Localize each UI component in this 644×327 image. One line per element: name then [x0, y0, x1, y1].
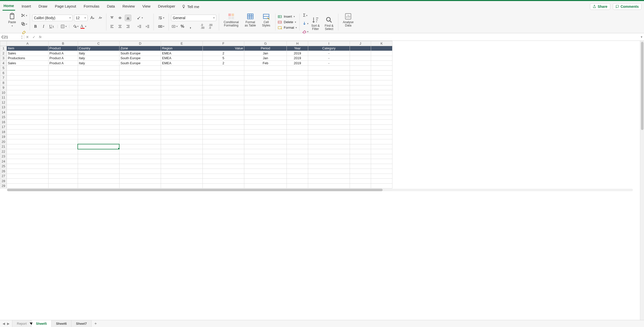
cell-E1[interactable]: Region: [161, 46, 203, 51]
cell-E18[interactable]: [161, 129, 203, 135]
cell-C17[interactable]: [78, 124, 119, 129]
row-header-24[interactable]: 24: [0, 159, 7, 164]
increase-indent-button[interactable]: [144, 23, 151, 30]
paste-button[interactable]: Paste ▾: [5, 12, 20, 28]
cell-A7[interactable]: [7, 75, 48, 80]
cell-B19[interactable]: [48, 134, 78, 139]
cell-F3[interactable]: 5: [203, 56, 244, 61]
decrease-indent-button[interactable]: [136, 23, 143, 30]
cell-H28[interactable]: [287, 179, 308, 184]
cell-G10[interactable]: [244, 90, 287, 95]
cell-G14[interactable]: [244, 110, 287, 115]
cell-D13[interactable]: [119, 105, 161, 110]
cell-J8[interactable]: [350, 80, 371, 85]
cell-F24[interactable]: [203, 159, 244, 164]
row-header-28[interactable]: 28: [0, 179, 7, 184]
cell-A16[interactable]: [7, 120, 48, 125]
cell-H10[interactable]: [287, 90, 308, 95]
cell-E21[interactable]: [161, 144, 203, 149]
cell-C24[interactable]: [78, 159, 119, 164]
cell-H9[interactable]: [287, 85, 308, 90]
cell-H17[interactable]: [287, 124, 308, 129]
cell-H8[interactable]: [287, 80, 308, 85]
cell-D6[interactable]: [119, 71, 161, 76]
row-header-15[interactable]: 15: [0, 115, 7, 120]
cell-styles-button[interactable]: Cell Styles: [260, 12, 273, 28]
cell-I23[interactable]: [308, 154, 350, 159]
cell-C15[interactable]: [78, 115, 119, 120]
cell-K24[interactable]: [371, 159, 392, 164]
font-size-select[interactable]: 12▾: [74, 15, 88, 21]
cell-B12[interactable]: [48, 100, 78, 105]
cell-D14[interactable]: [119, 110, 161, 115]
row-header-1[interactable]: 1: [0, 46, 7, 51]
cell-C29[interactable]: [78, 183, 119, 188]
cell-F23[interactable]: [203, 154, 244, 159]
find-select-button[interactable]: Find & Select: [323, 16, 336, 31]
cell-A15[interactable]: [7, 115, 48, 120]
cell-G18[interactable]: [244, 129, 287, 135]
row-header-14[interactable]: 14: [0, 110, 7, 115]
copy-button[interactable]: [21, 21, 27, 27]
cell-J6[interactable]: [350, 71, 371, 76]
cell-F13[interactable]: [203, 105, 244, 110]
cell-E26[interactable]: [161, 169, 203, 174]
cell-F6[interactable]: [203, 71, 244, 76]
cell-A20[interactable]: [7, 139, 48, 144]
cell-B25[interactable]: [48, 164, 78, 169]
decrease-font-button[interactable]: A▾: [97, 15, 104, 21]
cell-A26[interactable]: [7, 169, 48, 174]
cell-H7[interactable]: [287, 75, 308, 80]
row-header-16[interactable]: 16: [0, 120, 7, 125]
cell-H6[interactable]: [287, 71, 308, 76]
row-header-22[interactable]: 22: [0, 149, 7, 154]
select-all-corner[interactable]: [0, 41, 7, 46]
cell-B5[interactable]: [48, 66, 78, 71]
cell-E8[interactable]: [161, 80, 203, 85]
cell-C27[interactable]: [78, 174, 119, 179]
cell-J3[interactable]: [350, 56, 371, 61]
cell-H4[interactable]: 2019: [287, 61, 308, 66]
cell-I15[interactable]: [308, 115, 350, 120]
row-header-19[interactable]: 19: [0, 134, 7, 139]
expand-formula-bar[interactable]: ▾: [639, 35, 644, 39]
cell-J10[interactable]: [350, 90, 371, 95]
cell-D9[interactable]: [119, 85, 161, 90]
cell-E7[interactable]: [161, 75, 203, 80]
cell-B8[interactable]: [48, 80, 78, 85]
comma-format-button[interactable]: ,: [187, 23, 194, 30]
cell-I14[interactable]: [308, 110, 350, 115]
cell-C28[interactable]: [78, 179, 119, 184]
cell-B26[interactable]: [48, 169, 78, 174]
decrease-decimal-button[interactable]: .00.0: [207, 23, 214, 30]
autosum-button[interactable]: Σ: [302, 12, 308, 19]
cell-F16[interactable]: [203, 120, 244, 125]
cell-F18[interactable]: [203, 129, 244, 135]
align-left-button[interactable]: [109, 23, 115, 30]
cell-B3[interactable]: Product A: [48, 56, 78, 61]
cell-D4[interactable]: South Europe: [119, 61, 161, 66]
share-button[interactable]: Share: [590, 3, 610, 10]
column-header-G[interactable]: G: [244, 41, 287, 46]
cell-J16[interactable]: [350, 120, 371, 125]
cell-J23[interactable]: [350, 154, 371, 159]
cell-J26[interactable]: [350, 169, 371, 174]
cell-B16[interactable]: [48, 120, 78, 125]
cell-I11[interactable]: [308, 95, 350, 100]
cell-C3[interactable]: Italy: [78, 56, 119, 61]
cell-I10[interactable]: [308, 90, 350, 95]
cell-K5[interactable]: [371, 66, 392, 71]
cell-A28[interactable]: [7, 179, 48, 184]
cell-D23[interactable]: [119, 154, 161, 159]
cell-K20[interactable]: [371, 139, 392, 144]
cell-G8[interactable]: [244, 80, 287, 85]
cell-H22[interactable]: [287, 149, 308, 154]
cell-A29[interactable]: [7, 183, 48, 188]
cell-H13[interactable]: [287, 105, 308, 110]
cell-J14[interactable]: [350, 110, 371, 115]
cell-K9[interactable]: [371, 85, 392, 90]
column-header-I[interactable]: I: [308, 41, 350, 46]
cell-D2[interactable]: South Europe: [119, 51, 161, 56]
cell-I26[interactable]: [308, 169, 350, 174]
cell-K19[interactable]: [371, 134, 392, 139]
